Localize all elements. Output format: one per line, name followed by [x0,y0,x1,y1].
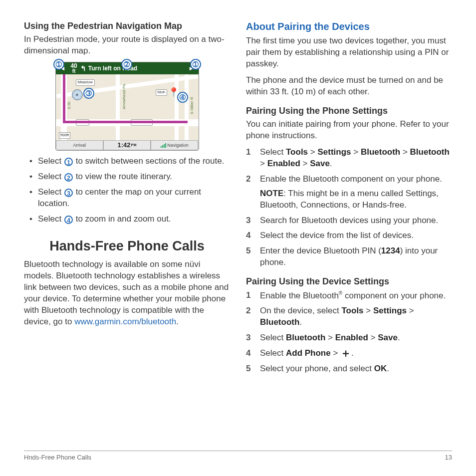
list-item: 4 Select Add Phone > ＋. [246,348,452,359]
list-item: 3 Select Bluetooth > Enabled > Save. [246,332,452,344]
garmin-bluetooth-link[interactable]: www.garmin.com/bluetooth [74,317,176,326]
signal-icon [161,143,166,148]
list-item: •Select 4 to zoom in and zoom out. [24,214,230,225]
hands-free-para: Bluetooth technology is available on som… [24,259,230,328]
list-item: 5 Enter the device Bluetooth PIN (1234) … [246,245,452,268]
street-label: Arrowhead Pa [122,84,127,109]
callout-1b: ➀ [190,59,201,70]
right-column: About Pairing the Devices The first time… [246,20,452,454]
callout-ref-3: 3 [64,189,73,197]
list-item: •Select 2 to view the route itinerary. [24,171,230,183]
heading-phone-settings: Pairing Using the Phone Settings [246,105,452,117]
callout-2: ➁ [121,59,132,70]
callout-4: ➃ [177,92,188,103]
clock-button: 1:42P M [103,140,151,150]
list-item: •Select 1 to switch between sections of … [24,156,230,167]
callout-ref-2: 2 [64,173,73,182]
list-item: 2 Enable the Bluetooth component on your… [246,174,452,211]
pedestrian-intro: In Pedestrian mode, your route is displa… [24,34,230,57]
device-settings-steps: 1 Enable the Bluetooth® component on you… [246,290,452,375]
callout-1: ➀ [53,59,64,70]
list-item: 1 Enable the Bluetooth® component on you… [246,290,452,302]
plus-icon: ＋ [340,350,351,357]
map-scale: 500ft [59,132,71,139]
arrival-button: Arrival [56,140,103,150]
pairing-p2: The phone and the device must be turned … [246,75,452,98]
pairing-p1: The first time you use two devices toget… [246,35,452,70]
callout-ref-1: 1 [64,158,73,166]
callout-ref-4: 4 [64,216,73,224]
heading-about-pairing: About Pairing the Devices [246,20,452,33]
list-item: 5 Select your phone, and select OK. [246,363,452,375]
map-bottom-bar: Arrival 1:42P M Navigation [56,140,199,150]
street-label: Meadow [76,79,95,86]
heading-pedestrian-map: Using the Pedestrian Navigation Map [24,20,230,32]
callout-3: ➂ [83,88,94,99]
list-item: •Select 3 to center the map on your curr… [24,187,230,210]
left-column: Using the Pedestrian Navigation Map In P… [24,20,230,454]
turn-left-icon: ↰ [80,64,86,73]
map-figure: ◄ 40 ft ↰ Turn left on Road ► [55,62,199,151]
footer-section-title: Hnds-Free Phone Calls [24,453,91,462]
distance-readout: 40 ft [70,63,77,74]
map-canvas: Arrowhead Pa S Ri S Miller R Meadow Moh … [56,74,199,140]
map-bullet-list: •Select 1 to switch between sections of … [24,156,230,225]
phone-settings-steps: 1 Select Tools > Settings > Bluetooth > … [246,147,452,268]
street-label: Moh [156,89,168,96]
compass-icon: ⌖ [72,89,83,100]
heading-hands-free: Hands-Free Phone Calls [24,237,230,255]
list-item: 2 On the device, select Tools > Settings… [246,305,452,328]
page-footer: Hnds-Free Phone Calls 13 [24,451,452,462]
street-label: S Ri [67,102,72,109]
list-item: 1 Select Tools > Settings > Bluetooth > … [246,147,452,170]
list-item: 3Search for Bluetooth devices using your… [246,215,452,227]
turn-instruction: Turn left on Road [88,64,187,72]
phone-settings-intro: You can initiate pairing from your phone… [246,119,452,142]
street-label: S Miller R [190,97,195,115]
navigation-button: Navigation [151,140,198,150]
list-item: 4Select the device from the list of devi… [246,230,452,241]
heading-device-settings: Pairing Using the Device Settings [246,275,452,287]
footer-page-number: 13 [445,453,452,462]
